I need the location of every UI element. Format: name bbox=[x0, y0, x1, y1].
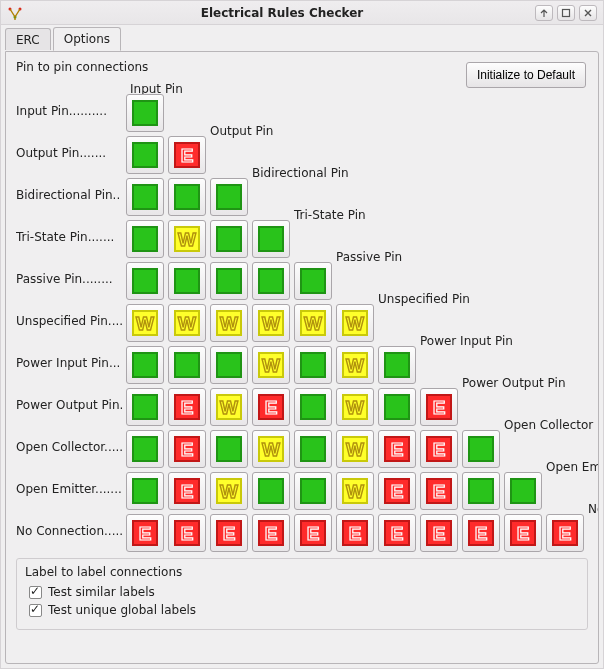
erc-swatch-e: E bbox=[216, 520, 242, 546]
erc-cell[interactable]: E bbox=[462, 514, 500, 552]
erc-cell[interactable] bbox=[210, 346, 248, 384]
erc-cell[interactable]: E bbox=[252, 514, 290, 552]
erc-cell[interactable]: E bbox=[378, 430, 416, 468]
erc-swatch-e: E bbox=[258, 394, 284, 420]
erc-cell[interactable] bbox=[294, 346, 332, 384]
erc-cell[interactable]: W bbox=[252, 430, 290, 468]
erc-cell[interactable] bbox=[126, 94, 164, 132]
erc-cell[interactable]: W bbox=[336, 430, 374, 468]
content-area: ERCOptions Initialize to Default Pin to … bbox=[1, 25, 603, 668]
erc-cell[interactable] bbox=[210, 178, 248, 216]
erc-cell[interactable] bbox=[294, 472, 332, 510]
erc-cell[interactable]: E bbox=[378, 472, 416, 510]
erc-cell[interactable]: E bbox=[420, 514, 458, 552]
erc-cell[interactable]: W bbox=[210, 472, 248, 510]
erc-cell[interactable] bbox=[168, 262, 206, 300]
erc-cell[interactable]: E bbox=[294, 514, 332, 552]
erc-swatch-e: E bbox=[468, 520, 494, 546]
erc-swatch-w: W bbox=[300, 310, 326, 336]
tab-options[interactable]: Options bbox=[53, 27, 121, 51]
erc-cell[interactable]: E bbox=[252, 388, 290, 426]
erc-cell[interactable] bbox=[252, 220, 290, 258]
erc-swatch-ok bbox=[132, 268, 158, 294]
erc-cell[interactable] bbox=[294, 388, 332, 426]
erc-swatch-ok bbox=[300, 352, 326, 378]
checkbox-box bbox=[29, 586, 42, 599]
close-window-button[interactable] bbox=[579, 5, 597, 21]
erc-cell[interactable]: W bbox=[168, 220, 206, 258]
erc-cell[interactable]: E bbox=[546, 514, 584, 552]
erc-swatch-e: E bbox=[426, 436, 452, 462]
erc-swatch-e: E bbox=[384, 520, 410, 546]
tab-panel-options: Initialize to Default Pin to pin connect… bbox=[5, 51, 599, 664]
erc-swatch-ok bbox=[174, 268, 200, 294]
erc-swatch-e: E bbox=[174, 394, 200, 420]
test-unique-global-labels-checkbox[interactable]: Test unique global labels bbox=[29, 603, 579, 617]
erc-cell[interactable]: W bbox=[252, 304, 290, 342]
erc-cell[interactable]: E bbox=[126, 514, 164, 552]
erc-cell[interactable] bbox=[252, 472, 290, 510]
erc-swatch-e: E bbox=[174, 142, 200, 168]
pin-window-button[interactable] bbox=[535, 5, 553, 21]
erc-cell[interactable]: W bbox=[210, 304, 248, 342]
erc-cell[interactable] bbox=[126, 178, 164, 216]
erc-cell[interactable]: E bbox=[420, 430, 458, 468]
erc-cell[interactable] bbox=[504, 472, 542, 510]
erc-cell[interactable] bbox=[126, 430, 164, 468]
row-label: Power Output Pin... bbox=[16, 398, 124, 412]
erc-cell[interactable]: W bbox=[336, 304, 374, 342]
erc-cell[interactable]: E bbox=[168, 136, 206, 174]
erc-cell[interactable]: E bbox=[504, 514, 542, 552]
erc-swatch-ok bbox=[132, 226, 158, 252]
erc-cell[interactable] bbox=[252, 262, 290, 300]
svg-rect-6 bbox=[563, 9, 570, 16]
erc-swatch-w: W bbox=[174, 226, 200, 252]
column-label: Open Emitter bbox=[546, 460, 599, 474]
erc-cell[interactable] bbox=[378, 388, 416, 426]
erc-cell[interactable] bbox=[210, 220, 248, 258]
erc-cell[interactable]: W bbox=[252, 346, 290, 384]
erc-swatch-e: E bbox=[132, 520, 158, 546]
erc-cell[interactable] bbox=[126, 220, 164, 258]
erc-cell[interactable] bbox=[168, 346, 206, 384]
column-label: Power Output Pin bbox=[462, 376, 566, 390]
maximize-window-button[interactable] bbox=[557, 5, 575, 21]
erc-cell[interactable]: W bbox=[294, 304, 332, 342]
erc-cell[interactable] bbox=[462, 472, 500, 510]
erc-cell[interactable]: E bbox=[210, 514, 248, 552]
erc-cell[interactable]: W bbox=[126, 304, 164, 342]
erc-cell[interactable] bbox=[126, 346, 164, 384]
erc-cell[interactable] bbox=[126, 388, 164, 426]
erc-cell[interactable] bbox=[168, 178, 206, 216]
erc-cell[interactable] bbox=[210, 430, 248, 468]
erc-swatch-ok bbox=[510, 478, 536, 504]
erc-cell[interactable] bbox=[462, 430, 500, 468]
erc-cell[interactable]: E bbox=[420, 388, 458, 426]
erc-cell[interactable]: E bbox=[420, 472, 458, 510]
erc-cell[interactable] bbox=[210, 262, 248, 300]
erc-cell[interactable]: E bbox=[168, 430, 206, 468]
erc-swatch-w: W bbox=[342, 310, 368, 336]
test-similar-labels-checkbox[interactable]: Test similar labels bbox=[29, 585, 579, 599]
erc-cell[interactable] bbox=[378, 346, 416, 384]
erc-swatch-ok bbox=[258, 478, 284, 504]
erc-cell[interactable]: W bbox=[210, 388, 248, 426]
erc-cell[interactable]: W bbox=[336, 388, 374, 426]
erc-cell[interactable]: E bbox=[168, 388, 206, 426]
erc-cell[interactable]: W bbox=[168, 304, 206, 342]
erc-swatch-ok bbox=[300, 268, 326, 294]
erc-cell[interactable] bbox=[294, 262, 332, 300]
erc-swatch-e: E bbox=[174, 520, 200, 546]
erc-cell[interactable]: W bbox=[336, 472, 374, 510]
tab-erc[interactable]: ERC bbox=[5, 28, 51, 50]
erc-cell[interactable] bbox=[126, 136, 164, 174]
erc-cell[interactable]: E bbox=[378, 514, 416, 552]
erc-cell[interactable]: E bbox=[168, 514, 206, 552]
row-label: Passive Pin........ bbox=[16, 272, 124, 286]
erc-cell[interactable]: W bbox=[336, 346, 374, 384]
erc-cell[interactable]: E bbox=[336, 514, 374, 552]
erc-cell[interactable] bbox=[294, 430, 332, 468]
erc-cell[interactable] bbox=[126, 472, 164, 510]
erc-cell[interactable] bbox=[126, 262, 164, 300]
erc-cell[interactable]: E bbox=[168, 472, 206, 510]
